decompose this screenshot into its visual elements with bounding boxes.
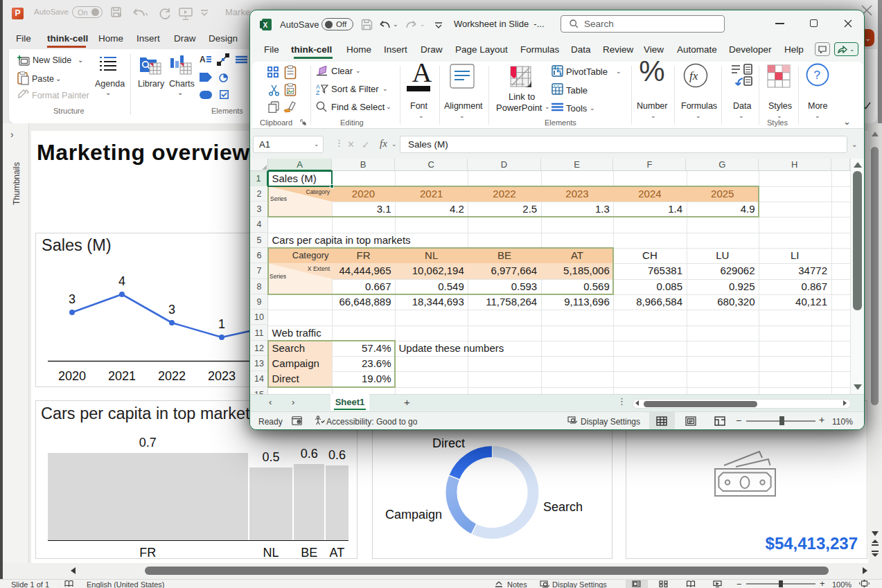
- svg-text:X: X: [263, 21, 268, 29]
- svg-text:fx: fx: [689, 69, 698, 82]
- svg-text:?: ?: [814, 69, 820, 82]
- svg-text:Z: Z: [316, 89, 319, 96]
- svg-text:A: A: [200, 55, 206, 64]
